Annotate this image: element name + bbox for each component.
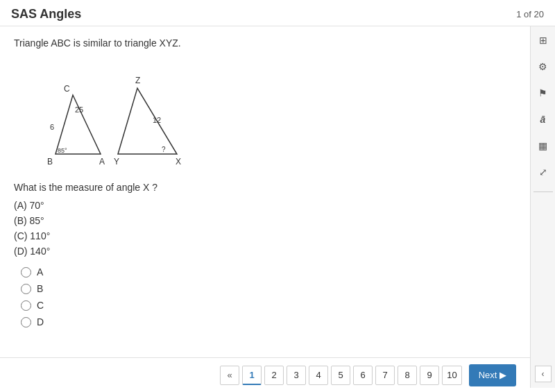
label-b: B [47, 157, 53, 167]
svg-marker-0 [56, 95, 101, 154]
radio-b-label: B [37, 283, 43, 294]
choice-c: (C) 110° [14, 230, 516, 241]
page-9-button[interactable]: 9 [420, 366, 439, 385]
grid-icon[interactable]: ▦ [535, 137, 552, 154]
radio-c[interactable] [21, 300, 31, 311]
page-2-button[interactable]: 2 [264, 366, 284, 385]
prev-page-button[interactable]: « [220, 366, 239, 385]
radio-a-label: A [37, 266, 43, 278]
page-1-button[interactable]: 1 [242, 366, 262, 385]
side-12-label: 12 [153, 116, 161, 124]
label-y: Y [114, 157, 119, 167]
page-7-button[interactable]: 7 [375, 366, 395, 385]
calendar-icon[interactable]: ⊞ [535, 32, 552, 49]
question-text: What is the measure of angle X ? [14, 182, 516, 193]
radio-option-b: B [21, 283, 516, 294]
content-area: Triangle ABC is similar to triangle XYZ.… [0, 26, 530, 388]
collapse-button[interactable]: ‹ [535, 366, 552, 382]
main-area: Triangle ABC is similar to triangle XYZ.… [0, 26, 555, 388]
side-ab-label: 6 [50, 123, 54, 131]
radio-a[interactable] [21, 267, 31, 278]
pagination-bar: « 1 2 3 4 5 6 7 8 9 10 Next ▶ [0, 357, 530, 392]
radio-b[interactable] [21, 284, 31, 294]
question-counter: 1 of 20 [516, 9, 544, 19]
next-button[interactable]: Next ▶ [469, 364, 516, 386]
page-6-button[interactable]: 6 [353, 366, 373, 385]
problem-description: Triangle ABC is similar to triangle XYZ. [14, 37, 516, 49]
header: SAS Angles 1 of 20 [0, 0, 555, 26]
fullscreen-icon[interactable]: ⤢ [535, 164, 552, 180]
label-c: C [64, 84, 70, 94]
choice-a: (A) 70° [14, 200, 516, 211]
radio-d-label: D [37, 316, 44, 327]
sidebar-divider [533, 191, 553, 192]
radio-option-d: D [21, 316, 516, 327]
text-icon[interactable]: ā [535, 111, 552, 128]
radio-option-a: A [21, 266, 516, 278]
answer-choices: (A) 70° (B) 85° (C) 110° (D) 140° [14, 200, 516, 257]
label-x: X [176, 157, 181, 167]
page-title: SAS Angles [11, 7, 81, 22]
radio-c-label: C [37, 300, 44, 311]
flag-icon[interactable]: ⚑ [535, 85, 552, 101]
radio-option-c: C [21, 300, 516, 311]
choice-b: (B) 85° [14, 215, 516, 226]
page-4-button[interactable]: 4 [309, 366, 328, 385]
sidebar: ⊞ ⚙ ⚑ ā ▦ ⤢ ‹ [530, 26, 555, 388]
triangles-svg: C B A 85° 6 25 Z Y X [35, 57, 187, 168]
page-8-button[interactable]: 8 [398, 366, 417, 385]
side-25-label: 25 [75, 105, 83, 114]
angle-b-label: 85° [58, 147, 67, 154]
page-10-button[interactable]: 10 [442, 366, 461, 385]
svg-marker-1 [118, 88, 177, 154]
radio-options-group: A B C D [21, 266, 516, 327]
label-a: A [99, 157, 105, 167]
page-3-button[interactable]: 3 [287, 366, 306, 385]
label-z: Z [135, 76, 140, 85]
angle-x-label: ? [162, 146, 166, 153]
triangle-diagram: C B A 85° 6 25 Z Y X [35, 57, 516, 171]
settings-icon[interactable]: ⚙ [535, 58, 552, 75]
page-5-button[interactable]: 5 [331, 366, 350, 385]
radio-d[interactable] [21, 317, 31, 327]
choice-d: (D) 140° [14, 246, 516, 257]
